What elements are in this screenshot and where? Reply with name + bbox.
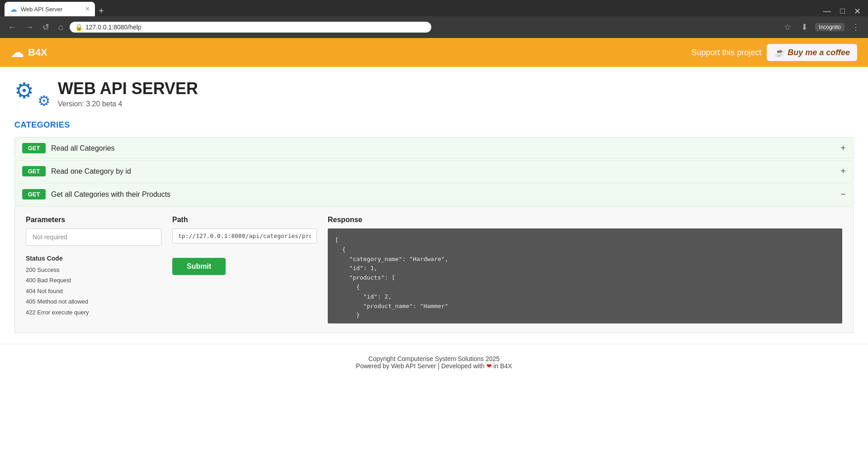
detail-columns: Parameters Not required Status Code 200 … (26, 216, 842, 323)
app-version: Version: 3.20 beta 4 (58, 100, 198, 108)
main-content: ⚙ ⚙ WEB API SERVER Version: 3.20 beta 4 … (0, 67, 868, 344)
support-text: Support this project (691, 48, 761, 57)
maximize-button[interactable]: □ (837, 6, 848, 16)
status-section: Status Code 200 Success 400 Bad Request … (26, 255, 161, 318)
support-section: Support this project ☕ Buy me a coffee (691, 44, 857, 61)
status-404: 404 Not found (26, 286, 161, 296)
path-input[interactable] (172, 228, 317, 243)
incognito-badge: Incognito (815, 23, 844, 31)
logo-text: B4X (28, 47, 47, 58)
status-code-label: Status Code (26, 255, 161, 262)
app-logo: ☁ B4X (11, 45, 47, 60)
app-title: WEB API SERVER (58, 79, 198, 98)
endpoint-row-2[interactable]: GET Read one Category by id + (14, 160, 854, 182)
endpoint-detail-panel: Parameters Not required Status Code 200 … (14, 206, 854, 333)
endpoint-label-3: Get all Categories with their Products (51, 190, 835, 199)
tab-close-button[interactable]: × (85, 5, 90, 13)
footer-line-2-after: in B4X (493, 362, 512, 370)
endpoint-row-3[interactable]: GET Get all Categories with their Produc… (14, 183, 854, 205)
coffee-label: Buy me a coffee (788, 48, 850, 57)
menu-button[interactable]: ⋮ (849, 21, 863, 33)
browser-window: ☁ Web API Server × + — □ ✕ ← → ↺ ⌂ 🔒 ☆ ⬇… (0, 0, 868, 380)
expand-icon-1[interactable]: + (840, 143, 846, 153)
back-button[interactable]: ← (5, 22, 19, 33)
logo-cloud-icon: ☁ (11, 45, 24, 60)
status-405: 405 Method not allowed (26, 296, 161, 307)
gear-big-icon: ⚙ (14, 78, 34, 103)
status-200: 200 Success (26, 265, 161, 275)
method-badge-1: GET (22, 143, 46, 153)
gear-small-icon: ⚙ (38, 92, 51, 109)
response-column: Response [ { "category_name": "Hardware"… (328, 216, 842, 323)
browser-toolbar: ← → ↺ ⌂ 🔒 ☆ ⬇ Incognito ⋮ (0, 16, 868, 38)
params-column: Parameters Not required Status Code 200 … (26, 216, 161, 323)
footer-line-2: Powered by Web API Server | Developed wi… (11, 362, 857, 370)
response-label: Response (328, 216, 842, 224)
minimize-button[interactable]: — (820, 6, 834, 16)
app-title-text: WEB API SERVER Version: 3.20 beta 4 (58, 79, 198, 108)
reload-button[interactable]: ↺ (40, 21, 52, 33)
status-list: 200 Success 400 Bad Request 404 Not foun… (26, 265, 161, 318)
path-column: Path Submit (172, 216, 317, 323)
status-400: 400 Bad Request (26, 275, 161, 285)
path-label: Path (172, 216, 317, 224)
app-header: ☁ B4X Support this project ☕ Buy me a co… (0, 38, 868, 67)
home-button[interactable]: ⌂ (56, 22, 66, 33)
tab-title: Web API Server (21, 6, 62, 13)
download-button[interactable]: ⬇ (798, 21, 811, 33)
forward-button[interactable]: → (23, 22, 36, 33)
app-icon: ⚙ ⚙ (14, 78, 51, 109)
footer: Copyright Computerise System Solutions 2… (0, 344, 868, 380)
status-422: 422 Error execute query (26, 307, 161, 318)
browser-tab-active[interactable]: ☁ Web API Server × (5, 2, 95, 16)
params-value: Not required (26, 228, 161, 246)
submit-button[interactable]: Submit (172, 258, 226, 275)
method-badge-3: GET (22, 189, 46, 200)
new-tab-button[interactable]: + (95, 6, 108, 16)
coffee-icon: ☕ (774, 48, 784, 57)
footer-line-1: Copyright Computerise System Solutions 2… (11, 355, 857, 362)
footer-line-2-before: Powered by Web API Server | Developed wi… (356, 362, 484, 370)
expand-icon-3[interactable]: − (840, 189, 846, 200)
address-bar[interactable]: 🔒 (70, 22, 431, 33)
bookmark-button[interactable]: ☆ (781, 21, 794, 33)
tab-bar: ☁ Web API Server × + — □ ✕ (0, 0, 868, 16)
expand-icon-2[interactable]: + (840, 166, 846, 176)
heart-icon: ❤ (486, 362, 494, 370)
toolbar-right: ☆ ⬇ Incognito ⋮ (781, 21, 863, 33)
address-input[interactable] (85, 24, 426, 31)
endpoint-label-1: Read all Categories (51, 144, 835, 152)
endpoint-label-2: Read one Category by id (51, 167, 835, 176)
method-badge-2: GET (22, 166, 46, 176)
buy-coffee-button[interactable]: ☕ Buy me a coffee (767, 44, 857, 61)
security-icon: 🔒 (75, 24, 83, 31)
params-label: Parameters (26, 216, 161, 224)
response-box[interactable]: [ { "category_name": "Hardware", "id": 1… (328, 228, 842, 323)
app-title-section: ⚙ ⚙ WEB API SERVER Version: 3.20 beta 4 (14, 78, 854, 109)
close-window-button[interactable]: ✕ (851, 6, 863, 16)
endpoint-row-1[interactable]: GET Read all Categories + (14, 137, 854, 159)
tab-favicon: ☁ (10, 5, 17, 14)
categories-label: CATEGORIES (14, 120, 854, 130)
window-controls: — □ ✕ (820, 6, 863, 16)
